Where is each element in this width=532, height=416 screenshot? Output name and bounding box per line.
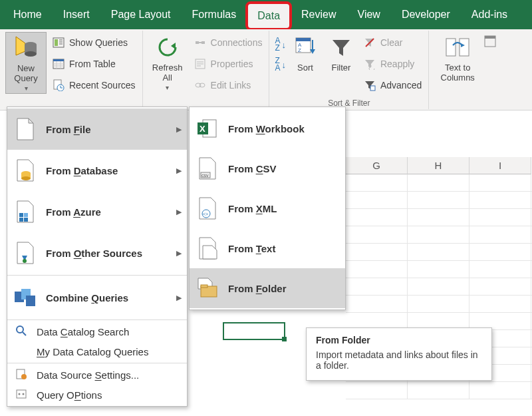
svg-point-65 [21, 374, 27, 379]
svg-rect-40 [446, 39, 456, 56]
from-table-button[interactable]: From Table [49, 55, 138, 73]
menu-from-text[interactable]: From Text [190, 228, 345, 268]
tab-review[interactable]: Review [291, 0, 346, 29]
refresh-all-label: Refresh All [152, 63, 183, 83]
clear-button[interactable]: Clear [360, 33, 424, 52]
tab-formulas[interactable]: Formulas [182, 0, 247, 29]
svg-rect-55 [24, 213, 28, 217]
filter-icon [327, 33, 355, 61]
menu-from-file[interactable]: From File ▶ [7, 108, 187, 150]
text-to-columns-icon [444, 33, 471, 61]
connections-icon [194, 36, 207, 49]
menu-combine-queries[interactable]: Combine Queries ▶ [7, 277, 187, 318]
reapply-label: Reapply [380, 59, 414, 69]
reapply-button[interactable]: Reapply [360, 55, 424, 73]
advanced-label: Advanced [380, 80, 422, 91]
properties-button[interactable]: Properties [191, 55, 265, 73]
reapply-icon [363, 57, 376, 71]
ribbon-tab-strip: Home Insert Page Layout Formulas Data Re… [0, 0, 532, 29]
svg-marker-34 [332, 40, 350, 56]
menu-from-azure[interactable]: From Azure ▶ [7, 191, 187, 232]
svg-text:csv: csv [201, 173, 209, 178]
properties-label: Properties [211, 59, 253, 69]
menu-from-csv[interactable]: csv From CSV [190, 148, 345, 188]
show-queries-label: Show Queries [69, 37, 128, 48]
clear-label: Clear [380, 37, 402, 48]
svg-marker-18 [171, 43, 176, 49]
menu-from-folder[interactable]: From Folder [190, 268, 345, 308]
search-icon [14, 325, 29, 339]
svg-rect-53 [19, 218, 23, 222]
clear-filter-icon [363, 36, 376, 49]
new-query-button[interactable]: New Query ▾ [5, 32, 47, 94]
submenu-arrow-icon: ▶ [176, 208, 182, 216]
submenu-arrow-icon: ▶ [176, 166, 182, 175]
svg-rect-66 [17, 390, 26, 398]
advanced-filter-icon [363, 79, 376, 92]
from-file-submenu: X From Workbook csv From CSV <> From XML… [189, 106, 346, 310]
menu-from-workbook[interactable]: X From Workbook [190, 108, 345, 148]
svg-text:Z: Z [298, 47, 301, 53]
svg-rect-41 [460, 39, 469, 56]
svg-rect-52 [19, 213, 23, 217]
edit-links-button[interactable]: Edit Links [191, 76, 265, 95]
sort-asc-icon: AZ [275, 37, 280, 52]
menu-from-other-sources[interactable]: From Other Sources ▶ [7, 232, 187, 274]
tab-addins[interactable]: Add-ins [461, 0, 518, 29]
submenu-arrow-icon: ▶ [176, 249, 182, 258]
sort-asc-button[interactable]: AZ ↓ [273, 35, 287, 55]
from-table-label: From Table [69, 59, 116, 69]
flash-fill-icon[interactable] [483, 35, 497, 51]
svg-marker-46 [29, 118, 33, 123]
menu-data-catalog-search[interactable]: Data Catalog Search [7, 321, 187, 341]
edit-links-icon [194, 79, 207, 92]
menu-query-options[interactable]: Query OPtions [7, 385, 187, 405]
properties-icon [194, 57, 207, 71]
connections-button[interactable]: Connections [191, 33, 265, 52]
dropdown-caret-icon: ▾ [25, 83, 28, 93]
arrow-down-icon: ↓ [281, 60, 286, 70]
menu-data-source-settings[interactable]: Data Source Settings... [7, 365, 187, 385]
menu-from-database[interactable]: From Database ▶ [7, 150, 187, 191]
column-header[interactable]: I [469, 157, 531, 174]
recent-sources-button[interactable]: Recent Sources [49, 76, 138, 95]
refresh-all-button[interactable]: Refresh All ▾ [147, 32, 188, 93]
tab-insert[interactable]: Insert [53, 0, 100, 29]
tab-home[interactable]: Home [3, 0, 53, 29]
sort-button[interactable]: AZ Sort [287, 32, 323, 73]
tooltip-body: Import metadata and links about files in… [316, 349, 482, 371]
advanced-button[interactable]: Advanced [360, 76, 424, 95]
svg-point-58 [23, 259, 27, 263]
text-to-columns-button[interactable]: Text to Columns [433, 32, 482, 83]
tab-data[interactable]: Data [247, 3, 291, 29]
tab-page-layout[interactable]: Page Layout [100, 0, 182, 29]
menu-from-xml[interactable]: <> From XML [190, 188, 345, 228]
xml-file-icon: <> [195, 194, 220, 222]
menu-my-data-catalog-queries[interactable]: My Data Catalog Queries [7, 341, 187, 361]
svg-point-2 [25, 51, 37, 57]
filter-label: Filter [332, 63, 351, 73]
tab-developer[interactable]: Developer [391, 0, 461, 29]
active-cell[interactable] [223, 322, 285, 340]
sort-desc-button[interactable]: ZA ↓ [273, 55, 287, 75]
svg-rect-54 [24, 218, 28, 222]
svg-rect-61 [26, 296, 35, 306]
file-icon [13, 115, 38, 143]
show-queries-button[interactable]: Show Queries [49, 33, 138, 52]
database-icon [13, 156, 38, 184]
excel-workbook-icon: X [195, 114, 220, 142]
ribbon: New Query ▾ Show Queries From Table [0, 29, 532, 110]
column-header[interactable]: G [346, 157, 408, 174]
connections-label: Connections [211, 37, 263, 48]
refresh-icon [154, 33, 182, 61]
csv-file-icon: csv [195, 154, 220, 182]
svg-line-63 [23, 332, 26, 335]
svg-rect-9 [53, 59, 64, 61]
dropdown-caret-icon: ▾ [166, 83, 169, 93]
tab-view[interactable]: View [347, 0, 391, 29]
column-header[interactable]: H [408, 157, 469, 174]
recent-sources-label: Recent Sources [69, 80, 136, 91]
filter-button[interactable]: Filter [323, 32, 359, 73]
svg-rect-19 [196, 41, 199, 44]
new-query-label: New Query [14, 63, 37, 83]
